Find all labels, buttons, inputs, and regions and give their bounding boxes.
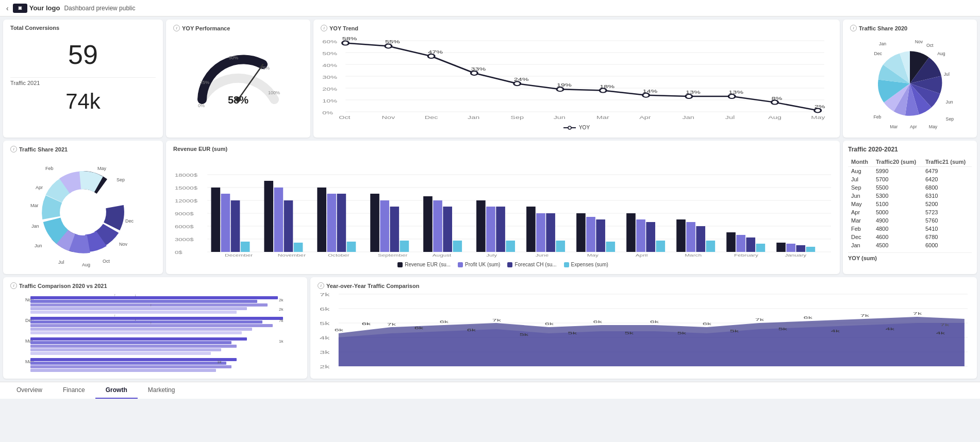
svg-text:6k: 6k (414, 326, 424, 330)
svg-rect-112 (370, 194, 379, 252)
svg-rect-133 (586, 217, 595, 252)
traffic-2021-value: 74k (10, 86, 156, 117)
svg-text:Dec: Dec (425, 115, 438, 120)
info-icon-yoy-trend: i (321, 25, 327, 31)
svg-rect-170 (30, 331, 242, 334)
cell-t21: 6000 (922, 241, 972, 249)
breadcrumb: Dashboard preview public (64, 5, 135, 12)
legend-forecast: Forecast CH (su... (507, 262, 556, 267)
dashboard: Total Conversions 59 Traffic 2021 74k i … (0, 16, 980, 382)
col-month: Month (848, 157, 873, 167)
tab-overview[interactable]: Overview (6, 382, 53, 399)
svg-text:Jan: Jan (31, 224, 39, 229)
legend-profit: Profit UK (sum) (458, 262, 500, 267)
svg-rect-183 (30, 369, 216, 372)
svg-point-30 (728, 94, 735, 98)
svg-text:Aug: Aug (937, 51, 945, 56)
svg-text:Apr: Apr (639, 115, 651, 120)
logo-label: Your logo (29, 4, 60, 12)
svg-text:September: September (378, 253, 408, 258)
svg-text:18%: 18% (600, 84, 614, 89)
svg-text:Aug: Aug (82, 262, 90, 267)
svg-rect-100 (241, 242, 250, 252)
card-total-conversions: Total Conversions 59 Traffic 2021 74k (3, 20, 163, 138)
back-arrow[interactable]: ‹ (6, 4, 9, 12)
pie-2020-container: Oct Aug Nov Jul Jan Jun Dec Sep Feb Mar … (850, 35, 970, 132)
svg-text:6k: 6k (804, 315, 813, 320)
svg-text:↓: ↓ (135, 293, 137, 297)
info-icon-yoytc: i (318, 282, 324, 289)
cell-t20: 5990 (873, 167, 922, 176)
traffic-comparison-svg: Nov 2k 2k Dec 7k Mar (10, 292, 300, 372)
card-yoy-performance: i YOY Performance 0% 25% 50% 75% 100% (166, 20, 310, 138)
card-yoy-trend: i YOY Trend 0% 10% 20% 30% 40% 50% 60% (313, 20, 840, 138)
svg-text:6k: 6k (593, 319, 603, 324)
svg-text:5k: 5k (320, 321, 330, 326)
cell-month: Dec (848, 233, 873, 241)
svg-text:5k: 5k (778, 327, 788, 331)
svg-rect-142 (676, 219, 686, 252)
svg-rect-166 (30, 317, 283, 320)
svg-text:Jan: Jan (468, 115, 479, 120)
yoy-traffic-svg: 2k 3k 4k 5k 6k 7k (318, 292, 970, 372)
svg-text:1k: 1k (217, 360, 222, 364)
svg-rect-119 (443, 207, 452, 252)
svg-text:March: March (685, 253, 702, 258)
traffic-share-2020-title: i Traffic Share 2020 (850, 25, 970, 31)
card-traffic-2020-2021: Traffic 2020-2021 Month Traffic20 (sum) … (843, 141, 977, 274)
svg-text:May: May (587, 253, 599, 258)
svg-rect-154 (796, 245, 805, 252)
svg-text:↑: ↑ (114, 293, 116, 297)
legend-dot-expenses (564, 262, 569, 267)
svg-rect-107 (317, 188, 326, 252)
cell-t21: 6420 (922, 175, 972, 183)
tab-growth[interactable]: Growth (95, 382, 138, 399)
svg-text:Nov: Nov (915, 39, 923, 44)
tab-marketing[interactable]: Marketing (138, 382, 186, 399)
cell-month: Jun (848, 192, 873, 200)
card-traffic-comparison: i Traffic Comparison 2020 vs 2021 Nov 2k… (3, 277, 307, 379)
svg-text:Oct: Oct (926, 43, 934, 48)
svg-text:Mar: Mar (890, 124, 898, 129)
logo-box: ▣ (13, 4, 27, 13)
svg-rect-132 (576, 213, 586, 252)
svg-text:↑: ↑ (150, 321, 152, 325)
yoy-trend-legend: YOY (321, 125, 833, 130)
tab-finance[interactable]: Finance (53, 382, 95, 399)
traffic-table: Month Traffic20 (sum) Traffic21 (sum) Au… (848, 157, 972, 249)
svg-text:100%: 100% (268, 90, 280, 95)
table-row: Jun53006310 (848, 192, 972, 200)
svg-text:Dec: Dec (874, 51, 882, 56)
svg-rect-145 (706, 241, 715, 252)
svg-text:Sep: Sep (946, 117, 954, 122)
svg-text:7k: 7k (755, 317, 765, 322)
svg-rect-99 (231, 200, 240, 252)
svg-rect-108 (327, 194, 336, 252)
svg-text:April: April (636, 253, 648, 258)
svg-text:7k: 7k (279, 318, 284, 323)
svg-text:↓: ↓ (135, 317, 137, 321)
svg-rect-181 (30, 362, 226, 365)
svg-text:6000$: 6000$ (175, 224, 194, 229)
legend-expenses: Expenses (sum) (564, 262, 608, 267)
cell-t21: 5410 (922, 225, 972, 233)
svg-point-29 (686, 94, 692, 98)
svg-text:1k: 1k (279, 339, 284, 344)
logo-area: ▣ Your logo (13, 4, 60, 13)
table-row: Aug59906479 (848, 167, 972, 176)
svg-rect-109 (337, 194, 346, 252)
svg-text:Mar: Mar (596, 115, 609, 120)
svg-rect-150 (756, 244, 766, 252)
revenue-eur-title: Revenue EUR (sum) (173, 146, 833, 152)
svg-rect-177 (30, 352, 211, 355)
cell-t21: 5760 (922, 216, 972, 225)
svg-rect-180 (30, 358, 237, 361)
cell-t20: 4800 (873, 225, 922, 233)
svg-text:6k: 6k (650, 319, 659, 324)
svg-point-26 (557, 87, 563, 91)
svg-text:Oct: Oct (339, 115, 351, 120)
yoy-traffic-comparison-title: i Year-over-Year Traffic Comparison (318, 282, 970, 289)
svg-rect-115 (400, 241, 409, 252)
svg-text:7k: 7k (913, 311, 922, 316)
svg-rect-147 (726, 232, 736, 252)
